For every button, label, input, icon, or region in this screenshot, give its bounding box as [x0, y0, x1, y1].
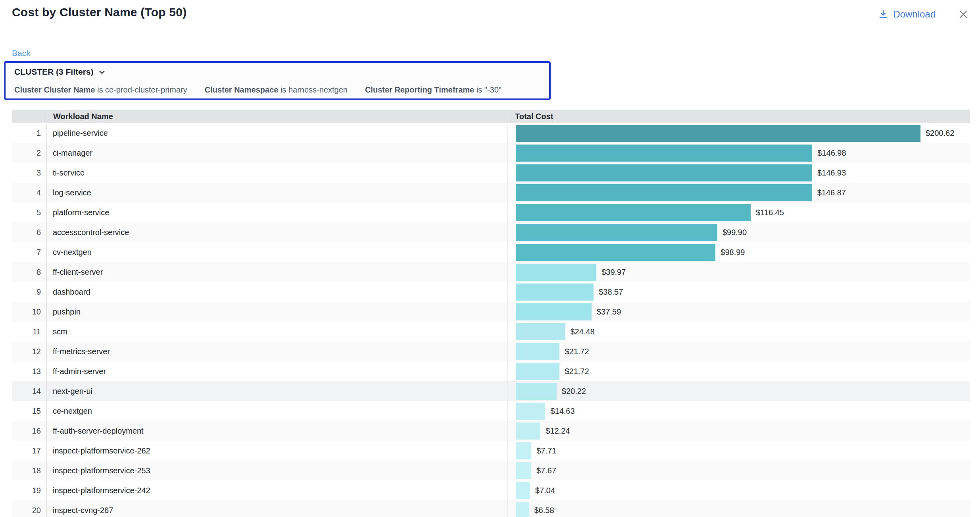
- table-row: 2 ci-manager $146.98: [12, 143, 970, 163]
- filter-item-cluster-name[interactable]: Cluster Cluster Name is ce-prod-cluster-…: [14, 85, 187, 95]
- workload-name-cell: accesscontrol-service: [47, 222, 508, 242]
- cost-bar: [516, 462, 531, 479]
- table-row: 4 log-service $146.87: [12, 183, 970, 203]
- cost-bar: [516, 422, 540, 440]
- cost-cell: $37.59: [508, 302, 970, 322]
- workload-name-cell: ff-client-server: [47, 262, 508, 282]
- cost-table: Workload Name Total Cost 1 pipeline-serv…: [12, 110, 970, 517]
- workload-name-cell: ff-auth-server-deployment: [47, 421, 508, 441]
- cost-value: $7.04: [535, 486, 555, 495]
- table-row: 1 pipeline-service $200.62: [12, 123, 970, 143]
- table-row: 8 ff-client-server $39.97: [12, 262, 970, 282]
- table-row: 6 accesscontrol-service $99.90: [12, 222, 970, 242]
- filter-item-reporting-timeframe[interactable]: Cluster Reporting Timeframe is "-30": [365, 85, 502, 95]
- workload-name-cell: ti-service: [47, 163, 508, 183]
- table-row: 9 dashboard $38.57: [12, 282, 970, 302]
- workload-name-cell: ce-nextgen: [47, 401, 508, 421]
- table-row: 3 ti-service $146.93: [12, 163, 970, 183]
- rank-cell: 16: [12, 421, 47, 441]
- cost-value: $146.87: [817, 188, 846, 197]
- cost-bar: [516, 442, 531, 459]
- cost-value: $6.58: [534, 506, 554, 515]
- close-button[interactable]: [956, 7, 970, 21]
- cost-bar: [516, 125, 920, 142]
- close-icon: [958, 9, 969, 20]
- cost-value: $98.99: [721, 248, 745, 257]
- cost-cell: $38.57: [508, 282, 970, 302]
- cost-bar: [516, 145, 812, 162]
- rank-cell: 14: [12, 381, 47, 401]
- table-header-row: Workload Name Total Cost: [12, 110, 970, 123]
- cost-cell: $116.45: [508, 203, 970, 222]
- rank-cell: 2: [12, 143, 47, 163]
- cost-bar: [516, 204, 751, 221]
- cost-cell: $39.97: [508, 262, 970, 282]
- cost-bar: [516, 363, 559, 380]
- workload-name-cell: scm: [47, 322, 508, 341]
- rank-cell: 18: [12, 461, 47, 480]
- rank-cell: 5: [12, 203, 47, 222]
- download-button[interactable]: Download: [878, 9, 936, 20]
- cost-cell: $21.72: [508, 361, 970, 381]
- cost-value: $20.22: [562, 387, 586, 396]
- workload-name-cell: next-gen-ui: [47, 381, 508, 401]
- cost-value: $24.48: [571, 327, 595, 336]
- rank-cell: 3: [12, 163, 47, 183]
- cost-bar: [516, 244, 715, 261]
- cost-bar: [516, 383, 557, 400]
- workload-name-cell: ff-metrics-server: [47, 341, 508, 361]
- download-icon: [878, 9, 888, 19]
- table-row: 12 ff-metrics-server $21.72: [12, 341, 970, 361]
- table-row: 14 next-gen-ui $20.22: [12, 381, 970, 401]
- cost-cell: $99.90: [508, 222, 970, 242]
- rank-cell: 19: [12, 480, 47, 500]
- cost-value: $12.24: [546, 426, 570, 436]
- table-row: 15 ce-nextgen $14.63: [12, 401, 970, 421]
- rank-cell: 6: [12, 222, 47, 242]
- filter-summary-toggle[interactable]: CLUSTER (3 Filters): [14, 67, 106, 77]
- cost-bar: [516, 502, 529, 517]
- workload-name-cell: pushpin: [47, 302, 508, 322]
- rank-cell: 12: [12, 341, 47, 361]
- cost-value: $21.72: [565, 367, 589, 376]
- workload-name-cell: dashboard: [47, 282, 508, 302]
- cost-cell: $12.24: [508, 421, 970, 441]
- page-title: Cost by Cluster Name (Top 50): [12, 6, 186, 19]
- workload-name-column-header: Workload Name: [47, 110, 508, 123]
- rank-cell: 15: [12, 401, 47, 421]
- table-row: 19 inspect-platformservice-242 $7.04: [12, 480, 970, 500]
- cost-cell: $6.58: [508, 500, 970, 517]
- cost-value: $7.71: [536, 446, 556, 455]
- workload-name-cell: ff-admin-server: [47, 361, 508, 381]
- cost-bar: [516, 264, 596, 281]
- table-body: 1 pipeline-service $200.62 2 ci-manager …: [12, 123, 970, 517]
- cost-value: $14.63: [550, 407, 575, 416]
- table-row: 10 pushpin $37.59: [12, 302, 970, 322]
- cost-cell: $146.98: [508, 143, 970, 163]
- cost-cell: $200.62: [508, 123, 970, 143]
- workload-name-cell: log-service: [47, 183, 508, 203]
- cost-cell: $24.48: [508, 322, 970, 341]
- workload-name-cell: pipeline-service: [47, 123, 508, 143]
- table-row: 5 platform-service $116.45: [12, 203, 970, 222]
- cost-value: $7.67: [536, 466, 556, 475]
- cost-by-cluster-page: Cost by Cluster Name (Top 50) Download B…: [0, 0, 980, 517]
- table-row: 7 cv-nextgen $98.99: [12, 242, 970, 262]
- filter-panel: CLUSTER (3 Filters) Cluster Cluster Name…: [4, 61, 551, 100]
- cost-bar: [516, 323, 565, 340]
- cost-value: $146.98: [817, 149, 846, 158]
- filter-summary-label: CLUSTER (3 Filters): [14, 67, 94, 77]
- workload-name-cell: inspect-cvng-267: [47, 500, 508, 517]
- filter-conditions: Cluster Cluster Name is ce-prod-cluster-…: [14, 85, 549, 95]
- cost-value: $116.45: [756, 208, 784, 217]
- back-link[interactable]: Back: [12, 48, 31, 58]
- filter-item-namespace[interactable]: Cluster Namespace is harness-nextgen: [205, 85, 348, 95]
- cost-value: $39.97: [601, 268, 626, 277]
- rank-cell: 10: [12, 302, 47, 322]
- cost-value: $146.93: [817, 168, 846, 177]
- table-row: 18 inspect-platformservice-253 $7.67: [12, 461, 970, 480]
- cost-value: $21.72: [565, 347, 589, 356]
- cost-cell: $146.87: [508, 183, 970, 203]
- chevron-down-icon: [98, 67, 106, 77]
- cost-cell: $20.22: [508, 381, 970, 401]
